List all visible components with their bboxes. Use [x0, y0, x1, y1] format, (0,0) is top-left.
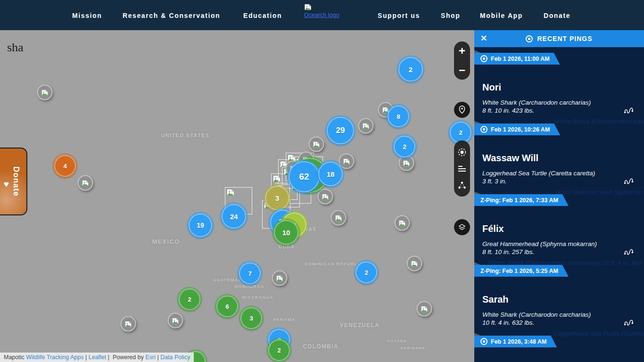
animal-marker[interactable]	[395, 215, 410, 231]
map-tools-control	[454, 140, 470, 197]
list-view-button[interactable]	[458, 165, 466, 173]
ping-icon	[526, 35, 533, 42]
attribution-text: | Powered by	[106, 354, 145, 361]
animal-marker[interactable]	[417, 301, 432, 317]
cluster-marker[interactable]: 19	[189, 214, 212, 237]
cluster-marker[interactable]: 2	[450, 122, 471, 143]
cluster-marker[interactable]: 6	[216, 296, 238, 317]
map-country-label: PANAMA	[273, 317, 296, 322]
logo-alt-text[interactable]: Ocearch logo	[304, 12, 339, 18]
animal-marker[interactable]	[407, 256, 422, 272]
activity-track-icon[interactable]	[623, 247, 635, 258]
animal-marker[interactable]	[331, 210, 347, 226]
attribution-link-wildlife-tracking-apps[interactable]: Wildlife Tracking Apps	[26, 354, 83, 361]
animal-marker[interactable]	[168, 313, 183, 329]
nav-item-education[interactable]: Education	[243, 12, 282, 19]
cluster-marker[interactable]: 24	[222, 204, 246, 229]
cluster-marker[interactable]: 8	[388, 106, 409, 127]
animal-marker[interactable]	[121, 316, 136, 332]
list-icon	[458, 165, 466, 173]
animal-marker[interactable]	[399, 156, 414, 171]
map-country-label: COLOMBIA	[303, 343, 339, 350]
logo-link[interactable]: Ocearch logo	[304, 4, 359, 19]
ping-time-tab[interactable]: Feb 1 2026, 11:00 AM	[474, 53, 560, 65]
ping-card: Z-Ping: Feb 1 2026, 5:25 AMSarahWhite Sh…	[474, 265, 644, 336]
activity-track-icon[interactable]	[623, 318, 635, 329]
cluster-marker[interactable]: 2	[268, 339, 290, 361]
map-country-label: NICARAGUA	[242, 295, 274, 300]
cluster-marker[interactable]: 3	[240, 307, 262, 329]
animal-marker[interactable]	[272, 271, 288, 286]
donate-label: Donate	[12, 166, 21, 197]
broken-image-icon	[399, 220, 406, 226]
attribution-link-leaflet[interactable]: Leaflet	[89, 354, 107, 361]
cluster-marker[interactable]: 3	[265, 186, 289, 210]
zoom-in-button[interactable]: +	[459, 45, 465, 57]
ping-time-label: Feb 1 2026, 11:00 AM	[491, 56, 550, 62]
cluster-marker[interactable]: 2	[179, 288, 200, 310]
ping-time-label: Feb 1 2026, 3:48 AM	[491, 338, 546, 345]
ping-time-tab[interactable]: Feb 1 2026, 3:48 AM	[474, 336, 557, 347]
zoom-out-button[interactable]: −	[459, 65, 465, 76]
broken-image-icon	[41, 89, 49, 96]
layers-button[interactable]	[454, 219, 470, 235]
cluster-marker[interactable]: 62	[289, 161, 320, 192]
animal-marker[interactable]	[358, 118, 374, 134]
broken-image-icon	[82, 180, 89, 186]
attribution-text: Mapotic	[4, 354, 26, 361]
cluster-marker[interactable]: 29	[327, 117, 354, 144]
ping-card: Feb 1 2026, 11:00 AMNoriWhite Shark (Car…	[474, 53, 644, 123]
nav-item-mission[interactable]: Mission	[72, 12, 102, 19]
attribution-link-data-policy[interactable]: Data Policy	[160, 354, 190, 361]
animal-marker[interactable]	[309, 137, 324, 152]
ping-card: Feb 1 2026, 3:48 AM	[474, 336, 644, 362]
ping-filter-button[interactable]	[457, 148, 467, 157]
attribution-text: |	[84, 354, 89, 361]
animal-marker[interactable]	[37, 85, 53, 100]
broken-image-icon	[335, 214, 342, 221]
ping-time-tab[interactable]: Z-Ping: Feb 1 2026, 5:25 AM	[474, 265, 569, 277]
cluster-marker[interactable]: 2	[398, 57, 423, 82]
animal-name[interactable]: Félix	[482, 223, 504, 234]
tab-notch	[474, 49, 482, 53]
activity-track-icon[interactable]	[623, 106, 635, 117]
cluster-toggle-button[interactable]	[457, 181, 467, 189]
donate-side-button[interactable]: Donate♥	[0, 148, 27, 215]
nav-item-mobile-app[interactable]: Mobile App	[480, 12, 523, 19]
cluster-marker[interactable]: 7	[239, 263, 261, 284]
animal-marker[interactable]	[318, 189, 333, 205]
nav-item-support-us[interactable]: Support us	[378, 12, 420, 19]
nav-item-shop[interactable]: Shop	[441, 12, 460, 19]
map-country-label: DOMINICAN REPUBLIC	[305, 262, 363, 266]
broken-image-icon	[304, 4, 359, 10]
attribution-text: |	[156, 354, 160, 361]
map-canvas[interactable]: sha UNITED STATESMEXICOCUBABAHAMASDOMINI…	[0, 30, 474, 362]
cluster-marker[interactable]: 10	[274, 220, 298, 245]
ping-time-tab[interactable]: Z-Ping: Feb 1 2026, 7:33 AM	[474, 194, 569, 206]
activity-track-icon[interactable]	[623, 176, 635, 188]
attribution-link-esri[interactable]: Esri	[145, 354, 156, 361]
map-country-label: CUBA	[279, 244, 295, 249]
animal-name[interactable]: Sarah	[482, 294, 509, 305]
animal-marker[interactable]	[339, 154, 355, 169]
animal-marker[interactable]	[78, 175, 93, 191]
map-country-label: MEXICO	[152, 238, 180, 245]
animal-species: White Shark (Carcharodon carcharias)10 f…	[482, 311, 591, 327]
ping-time-tab[interactable]: Feb 1 2026, 10:26 AM	[474, 123, 560, 135]
top-navbar: MissionResearch & ConservationEducationS…	[0, 0, 644, 30]
cluster-marker[interactable]: 18	[318, 162, 343, 186]
cluster-marker[interactable]: 4	[54, 155, 76, 177]
nav-item-donate[interactable]: Donate	[544, 12, 570, 19]
heart-icon: ♥	[1, 172, 11, 197]
animal-name[interactable]: Nori	[482, 82, 501, 93]
locate-button[interactable]	[454, 102, 470, 118]
cluster-marker[interactable]: 2	[394, 136, 415, 157]
ping-card: Feb 1 2026, 10:26 AMWassaw WillLoggerhea…	[474, 123, 644, 194]
broken-image-icon	[276, 275, 283, 281]
broken-image-icon	[411, 260, 418, 267]
animal-name[interactable]: Wassaw Will	[482, 153, 538, 164]
close-icon[interactable]: ✕	[480, 33, 487, 43]
cluster-marker[interactable]: 2	[355, 262, 377, 283]
broken-image-icon	[403, 160, 410, 166]
nav-item-research-conservation[interactable]: Research & Conservation	[123, 12, 220, 19]
